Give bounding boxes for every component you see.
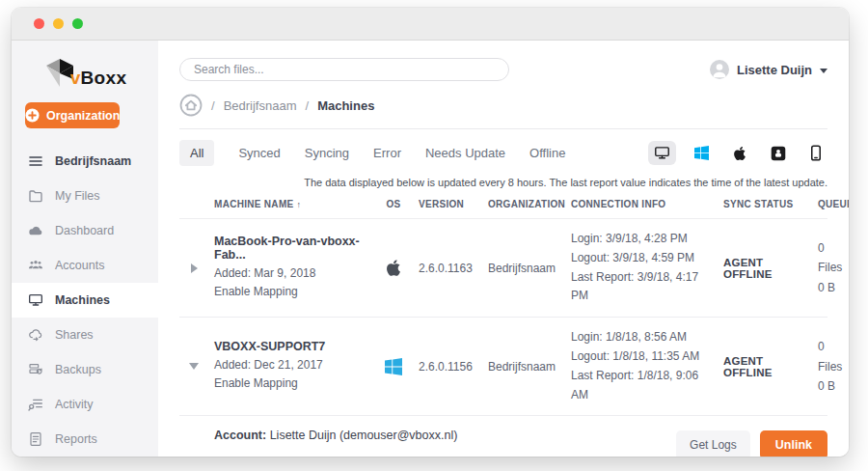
chevron-down-icon [820, 69, 827, 73]
avatar [710, 60, 729, 79]
search-input[interactable] [179, 58, 509, 81]
machine-row: MacBook-Pro-van-vboxx-Fab... Added: Mar … [179, 218, 827, 317]
linux-icon [771, 146, 786, 161]
tab-synced[interactable]: Synced [238, 140, 280, 166]
breadcrumb: / Bedrijfsnaam / Machines [179, 94, 827, 117]
tab-error[interactable]: Error [373, 140, 401, 166]
machine-organization: Bedrijfsnaam [488, 360, 565, 374]
expand-caret-icon[interactable] [179, 263, 208, 273]
sidebar-item-shares[interactable]: Shares [12, 318, 158, 352]
sidebar-item-machines[interactable]: Machines [12, 283, 158, 318]
desktop-icon [654, 145, 670, 161]
filter-bar: All Synced Syncing Error Needs Update Of… [179, 140, 827, 166]
sync-status-badge: AGENT OFFLINE [723, 355, 812, 378]
cloud-icon [28, 223, 43, 238]
mobile-filter-button[interactable] [804, 141, 827, 165]
divider [179, 128, 827, 129]
sort-asc-icon: ↑ [297, 200, 302, 209]
machine-version: 2.6.0.1156 [419, 360, 482, 374]
users-icon [28, 258, 43, 273]
machine-name: VBOXX-SUPPORT7 [214, 340, 368, 353]
main-content: Lisette Duijn / Bedrijfsnaam / Machines … [158, 41, 849, 457]
machine-row: VBOXX-SUPPORT7 Added: Dec 21, 2017 Enabl… [179, 317, 827, 415]
mobile-icon [810, 145, 822, 161]
queue-size: 0 B [818, 376, 842, 396]
sidebar-item-bedrijfsnaam[interactable]: Bedrijfsnaam [12, 144, 158, 179]
column-queue: QUEUE [818, 199, 849, 209]
tab-needs-update[interactable]: Needs Update [425, 140, 505, 166]
queue-files: 0 Files [818, 337, 842, 376]
breadcrumb-item-machines[interactable]: Machines [317, 98, 374, 113]
status-tabs: All Synced Syncing Error Needs Update Of… [179, 140, 565, 166]
column-machine-name[interactable]: MACHINE NAME ↑ [214, 199, 368, 209]
windows-icon [694, 146, 709, 160]
account-label: Account: [214, 429, 266, 442]
topbar: Lisette Duijn [179, 58, 827, 81]
machine-organization: Bedrijfsnaam [488, 262, 565, 275]
unlink-button[interactable]: Unlink [760, 430, 827, 457]
menu-icon [28, 153, 43, 169]
queue-size: 0 B [818, 278, 842, 297]
windows-filter-button[interactable] [689, 142, 715, 164]
vboxx-logo: vBoxx [12, 58, 158, 89]
app-window: vBoxx Organization Bedrijfsnaam My Files [12, 8, 849, 457]
column-os: OS [374, 199, 413, 209]
machine-added: Added: Dec 21, 2017 [214, 356, 368, 374]
home-icon[interactable] [179, 94, 203, 117]
last-report-time: Last Report: 1/8/18, 9:06 AM [571, 367, 718, 405]
column-version: VERSION [419, 199, 482, 209]
report-icon [28, 431, 43, 447]
collapse-caret-icon[interactable] [179, 363, 208, 370]
person-icon [710, 60, 729, 79]
logout-time: Logout: 3/9/18, 4:59 PM [571, 249, 718, 268]
queue-files: 0 Files [818, 238, 842, 278]
vboxx-logo-text: vBoxx [70, 68, 127, 89]
sidebar-item-reports[interactable]: Reports [12, 422, 158, 457]
sidebar-item-my-files[interactable]: My Files [12, 179, 158, 213]
sidebar-item-backups[interactable]: Backups [12, 352, 158, 387]
close-button[interactable] [34, 18, 44, 29]
last-report-time: Last Report: 3/9/18, 4:17 PM [571, 268, 718, 307]
zoom-button[interactable] [72, 18, 83, 29]
column-sync-status: SYNC STATUS [723, 199, 812, 209]
apple-filter-button[interactable] [727, 142, 752, 165]
share-cloud-icon [28, 327, 43, 343]
breadcrumb-separator: / [306, 98, 310, 113]
minimize-button[interactable] [53, 18, 64, 29]
machine-version: 2.6.0.1163 [419, 262, 482, 275]
account-value: Lisette Duijn (demouser@vboxx.nl) [270, 429, 458, 442]
update-notice: The data displayed below is updated ever… [179, 177, 827, 188]
tab-offline[interactable]: Offline [529, 140, 565, 166]
sidebar-item-accounts[interactable]: Accounts [12, 248, 158, 283]
apple-os-icon [386, 259, 401, 277]
apple-icon [733, 146, 746, 161]
logout-time: Logout: 1/8/18, 11:35 AM [571, 347, 718, 367]
sidebar-item-dashboard[interactable]: Dashboard [12, 213, 158, 248]
desktop-filter-button[interactable] [648, 141, 676, 165]
get-logs-button[interactable]: Get Logs [676, 430, 750, 457]
login-time: Login: 1/8/18, 8:56 AM [571, 328, 718, 347]
login-time: Login: 3/9/18, 4:28 PM [571, 230, 718, 249]
user-menu[interactable]: Lisette Duijn [710, 60, 827, 79]
sync-status-badge: AGENT OFFLINE [723, 257, 812, 280]
breadcrumb-separator: / [211, 98, 215, 113]
plus-circle-icon [25, 108, 40, 123]
backup-icon [28, 362, 43, 377]
window-titlebar [12, 8, 849, 41]
breadcrumb-item-bedrijfsnaam[interactable]: Bedrijfsnaam [224, 98, 297, 113]
machine-detail-panel: Account: Lisette Duijn (demouser@vboxx.n… [179, 415, 827, 457]
sidebar: vBoxx Organization Bedrijfsnaam My Files [12, 41, 158, 457]
windows-os-icon [385, 358, 402, 375]
add-organization-button[interactable]: Organization [25, 102, 120, 128]
sidebar-item-activity[interactable]: Activity [12, 387, 158, 422]
monitor-icon [28, 292, 43, 308]
user-name: Lisette Duijn [737, 63, 812, 77]
tab-all[interactable]: All [179, 140, 214, 166]
device-filters [648, 141, 827, 165]
tab-syncing[interactable]: Syncing [305, 140, 349, 166]
linux-filter-button[interactable] [765, 142, 792, 165]
table-header: MACHINE NAME ↑ OS VERSION ORGANIZATION C… [179, 199, 827, 218]
activity-icon [28, 397, 43, 412]
enable-mapping-link[interactable]: Enable Mapping [214, 374, 368, 393]
enable-mapping-link[interactable]: Enable Mapping [214, 283, 368, 301]
